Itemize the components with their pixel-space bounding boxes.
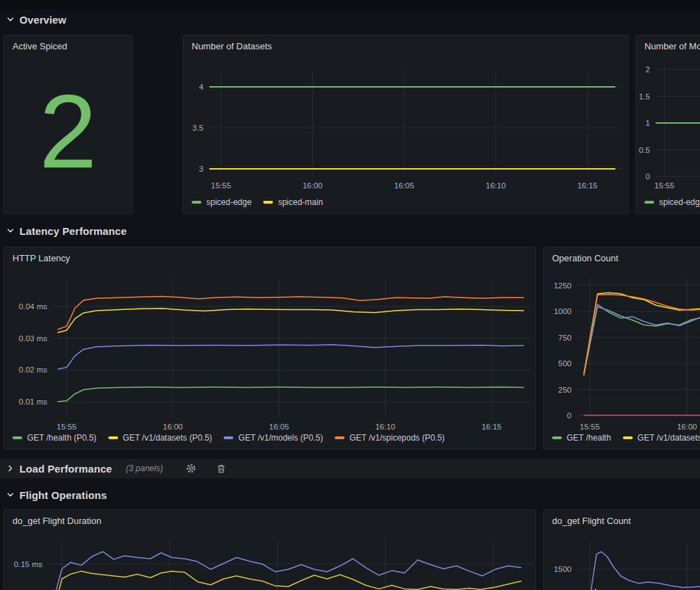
legend-label: GET /health (P0.5)	[27, 433, 97, 443]
x-tick-label: 16:00	[677, 423, 697, 431]
section-label: Latency Performance	[19, 225, 126, 237]
chart-canvas-operation-count[interactable]: 02505007501000125015:5516:0016:0516:1016…	[544, 247, 700, 449]
y-tick-label: 0.03 ms	[19, 334, 47, 343]
chart-canvas-models[interactable]: 00.511.5215:5516:0016:0516:1016:15	[636, 35, 700, 213]
x-tick-label: 15:55	[56, 423, 76, 431]
row-delete-button[interactable]	[213, 462, 229, 475]
x-tick-label: 15:55	[580, 423, 600, 431]
section-label: Overview	[19, 14, 67, 26]
series-line	[58, 387, 524, 402]
y-tick-label: 1	[646, 119, 650, 127]
series-line	[58, 345, 524, 369]
legend-swatch	[108, 436, 118, 439]
y-tick-label: 1000	[553, 307, 572, 316]
legend-label: spiced-edge	[206, 197, 251, 207]
chart-plot: 00.511.5215:5516:0016:0516:1016:15	[636, 35, 700, 213]
y-tick-label: 0.02 ms	[19, 366, 47, 374]
gear-icon	[185, 463, 197, 474]
legend: GET /healthGET /v1/datasetsGET /v1/model…	[552, 433, 700, 443]
legend-item[interactable]: GET /health	[552, 433, 611, 443]
legend-item[interactable]: GET /v1/spicepods (P0.5)	[335, 433, 444, 443]
legend-item[interactable]: GET /v1/datasets (P0.5)	[108, 433, 212, 443]
x-tick-label: 16:00	[162, 423, 183, 431]
legend: GET /health (P0.5)GET /v1/datasets (P0.5…	[12, 433, 444, 443]
y-tick-label: 4	[199, 83, 204, 91]
chevron-down-icon	[6, 15, 15, 24]
panel-do-get-flight-count: do_get Flight Count 150015:5516:0016:051…	[543, 509, 700, 590]
legend-item[interactable]: spiced-edge	[644, 197, 700, 207]
y-tick-label: 0.15 ms	[14, 560, 42, 568]
x-tick-label: 16:05	[394, 181, 415, 190]
grafana-dashboard: Overview Active Spiced 2 Number of Datas…	[0, 0, 700, 590]
panel-count-label: (3 panels)	[126, 464, 162, 473]
y-tick-label: 0.5	[639, 146, 650, 154]
series-line	[58, 309, 524, 333]
panel-operation-count: Operation Count 02505007501000125015:551…	[543, 247, 700, 450]
x-tick-label: 16:10	[375, 423, 395, 431]
section-header-overview[interactable]: Overview	[6, 11, 67, 28]
chart-canvas-flight-duration[interactable]: 0.15 ms15:5516:0016:0516:1016:15	[4, 510, 535, 590]
series-line	[586, 552, 700, 590]
y-tick-label: 1250	[553, 281, 572, 290]
panel-http-latency: HTTP Latency 0.01 ms0.02 ms0.03 ms0.04 m…	[3, 247, 536, 450]
y-tick-label: 250	[558, 386, 572, 394]
legend-label: spiced-main	[278, 197, 323, 207]
legend-swatch	[644, 201, 654, 204]
legend-item[interactable]: GET /v1/datasets	[623, 433, 700, 443]
y-tick-label: 1.5	[639, 92, 650, 101]
legend-swatch	[263, 201, 273, 204]
trash-icon	[216, 464, 226, 474]
x-tick-label: 16:15	[481, 423, 501, 431]
series-line	[58, 296, 524, 329]
section-header-latency-performance[interactable]: Latency Performance	[6, 222, 126, 239]
panel-number-of-models: Number of Models 00.511.5215:5516:0016:0…	[635, 35, 700, 214]
chart-canvas-datasets[interactable]: 33.5415:5516:0016:0516:1016:15	[183, 35, 628, 213]
section-label: Load Performance	[19, 463, 112, 475]
x-tick-label: 16:00	[303, 181, 323, 190]
legend-label: spiced-edge	[659, 197, 700, 207]
x-tick-label: 16:05	[269, 423, 289, 431]
x-tick-label: 15:55	[654, 181, 674, 190]
series-line	[53, 552, 522, 590]
series-line	[584, 304, 700, 374]
y-tick-label: 0.04 ms	[19, 302, 47, 311]
legend-item[interactable]: GET /health (P0.5)	[12, 433, 97, 443]
x-tick-label: 16:10	[486, 181, 506, 190]
series-line	[584, 306, 700, 375]
x-tick-label: 15:55	[211, 181, 231, 190]
panel-title[interactable]: Active Spiced	[4, 35, 132, 56]
legend-swatch	[192, 201, 201, 204]
y-tick-label: 0	[646, 172, 650, 181]
legend-swatch	[224, 436, 233, 439]
chart-canvas-http-latency[interactable]: 0.01 ms0.02 ms0.03 ms0.04 ms15:5516:0016…	[4, 247, 535, 449]
panel-do-get-flight-duration: do_get Flight Duration 0.15 ms15:5516:00…	[3, 509, 536, 590]
legend: spiced-edge	[644, 197, 700, 207]
chart-plot: 33.5415:5516:0016:0516:1016:15	[183, 35, 628, 213]
legend-label: GET /health	[567, 433, 611, 443]
y-tick-label: 3	[199, 165, 203, 173]
legend-item[interactable]: spiced-main	[263, 197, 323, 207]
row-settings-button[interactable]	[183, 461, 199, 475]
section-header-load-performance[interactable]: Load Performance (3 panels)	[0, 459, 700, 478]
legend-label: GET /v1/models (P0.5)	[238, 433, 323, 443]
legend-swatch	[12, 436, 22, 439]
chart-plot: 0.15 ms15:5516:0016:0516:1016:15	[4, 510, 535, 590]
y-tick-label: 3.5	[192, 124, 203, 132]
top-edge-strip	[0, 0, 700, 9]
legend-swatch	[623, 436, 633, 439]
chevron-down-icon	[6, 490, 15, 500]
y-tick-label: 500	[558, 359, 572, 368]
legend-item[interactable]: GET /v1/models (P0.5)	[224, 433, 323, 443]
legend-label: GET /v1/datasets (P0.5)	[123, 433, 212, 443]
stat-value: 2	[4, 56, 132, 213]
legend-item[interactable]: spiced-edge	[192, 197, 251, 207]
section-label: Flight Operations	[19, 489, 107, 501]
legend: spiced-edgespiced-main	[192, 197, 323, 207]
y-tick-label: 1500	[553, 565, 572, 573]
section-header-flight-operations[interactable]: Flight Operations	[6, 486, 107, 503]
y-tick-label: 0	[567, 411, 572, 420]
legend-label: GET /v1/datasets	[638, 433, 700, 443]
chart-canvas-flight-count[interactable]: 150015:5516:0016:0516:1016:15	[544, 510, 700, 590]
chevron-down-icon	[6, 226, 15, 236]
panel-active-spiced: Active Spiced 2	[3, 35, 133, 214]
